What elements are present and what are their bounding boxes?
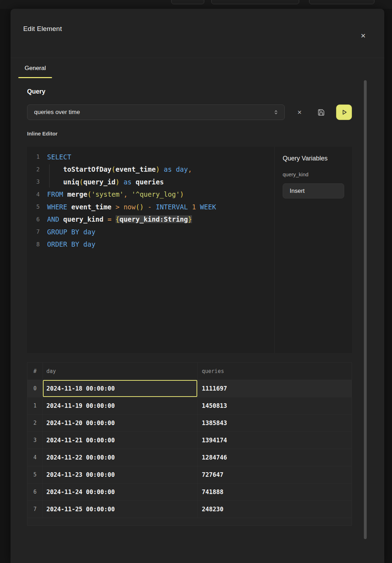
background-button[interactable] — [211, 0, 299, 4]
code-lines[interactable]: 1SELECT2 toStartOfDay(event_time) as day… — [27, 147, 274, 353]
line-number: 3 — [27, 178, 40, 185]
table-row[interactable]: 22024-11-20 00:00:001385843 — [27, 414, 352, 431]
line-number: 4 — [27, 191, 40, 198]
table-row[interactable]: 42024-11-22 00:00:001284746 — [27, 449, 352, 466]
background-button[interactable] — [309, 0, 374, 4]
cell-row-index: 4 — [27, 449, 43, 466]
cell-day[interactable]: 2024-11-20 00:00:00 — [43, 415, 197, 431]
line-number: 2 — [27, 166, 40, 173]
clear-query-button[interactable]: ✕ — [292, 105, 307, 120]
save-query-button[interactable] — [313, 105, 329, 120]
table-body: 02024-11-18 00:00:00111169712024-11-19 0… — [27, 380, 352, 518]
results-table: # day queries 02024-11-18 00:00:00111169… — [27, 362, 352, 526]
code-text: GROUP BY day — [47, 228, 95, 236]
cell-queries[interactable]: 1394174 — [197, 432, 352, 449]
cell-row-index: 0 — [27, 380, 43, 397]
code-line[interactable]: 4FROM merge('system', '^query_log') — [27, 188, 274, 201]
modal-header: Edit Element ✕ — [11, 9, 384, 58]
clear-icon: ✕ — [297, 109, 302, 116]
line-number: 8 — [27, 241, 40, 248]
line-number: 6 — [27, 216, 40, 223]
query-section-heading: Query — [27, 88, 45, 95]
code-text: ORDER BY day — [47, 240, 95, 248]
code-text: AND query_kind = {query_kind:String} — [47, 215, 192, 223]
code-line[interactable]: 2 toStartOfDay(event_time) as day, — [27, 163, 274, 176]
table-row[interactable]: 62024-11-24 00:00:00741888 — [27, 483, 352, 500]
cell-queries[interactable]: 1450813 — [197, 397, 352, 414]
code-line[interactable]: 3 uniq(query_id) as queries — [27, 176, 274, 188]
play-icon — [341, 109, 348, 116]
cell-day[interactable]: 2024-11-24 00:00:00 — [43, 483, 197, 500]
query-variables-title: Query Variables — [283, 155, 352, 162]
save-icon — [317, 109, 325, 116]
cell-day[interactable]: 2024-11-19 00:00:00 — [43, 397, 197, 414]
chevron-up-down-icon — [273, 109, 279, 115]
cell-day[interactable]: 2024-11-25 00:00:00 — [43, 501, 197, 518]
cell-row-index: 1 — [27, 397, 43, 414]
code-line[interactable]: 1SELECT — [27, 151, 274, 163]
cell-queries[interactable]: 741888 — [197, 483, 352, 500]
cell-day[interactable]: 2024-11-21 00:00:00 — [43, 432, 197, 449]
cell-day[interactable]: 2024-11-22 00:00:00 — [43, 449, 197, 466]
line-number: 7 — [27, 228, 40, 235]
code-text: toStartOfDay(event_time) as day, — [47, 165, 192, 173]
cell-queries[interactable]: 727647 — [197, 466, 352, 483]
saved-query-dropdown[interactable]: queries over time — [27, 105, 285, 120]
cell-row-index: 5 — [27, 466, 43, 483]
code-line[interactable]: 6AND query_kind = {query_kind:String} — [27, 213, 274, 226]
tab-active-underline — [18, 77, 52, 78]
cell-queries[interactable]: 1284746 — [197, 449, 352, 466]
cell-row-index: 3 — [27, 432, 43, 449]
code-text: uniq(query_id) as queries — [47, 178, 164, 186]
code-text: WHERE event_time > now() - INTERVAL 1 WE… — [47, 203, 216, 211]
modal-title: Edit Element — [23, 25, 62, 33]
table-row[interactable]: 02024-11-18 00:00:001111697 — [27, 380, 352, 397]
column-header-queries: queries — [197, 363, 352, 380]
cell-queries[interactable]: 1385843 — [197, 415, 352, 431]
code-line[interactable]: 7GROUP BY day — [27, 226, 274, 238]
code-line[interactable]: 8ORDER BY day — [27, 238, 274, 251]
cell-row-index: 7 — [27, 501, 43, 518]
cell-day[interactable]: 2024-11-18 00:00:00 — [43, 380, 197, 397]
edit-element-modal: Edit Element ✕ General Query queries ove… — [11, 9, 384, 563]
background-button[interactable] — [171, 0, 204, 4]
run-query-button[interactable] — [336, 105, 352, 120]
table-row[interactable]: 52024-11-23 00:00:00727647 — [27, 466, 352, 483]
insert-variable-button[interactable]: Insert — [283, 183, 344, 198]
cell-queries[interactable]: 248230 — [197, 501, 352, 518]
cell-row-index: 6 — [27, 483, 43, 500]
table-row[interactable]: 72024-11-25 00:00:00248230 — [27, 500, 352, 518]
sql-editor: 1SELECT2 toStartOfDay(event_time) as day… — [27, 147, 352, 353]
background-topbar — [0, 0, 392, 9]
inline-editor-label: Inline Editor — [27, 131, 58, 137]
results-table-header: # day queries — [27, 363, 352, 380]
tab-general[interactable]: General — [18, 58, 52, 78]
table-row[interactable]: 32024-11-21 00:00:001394174 — [27, 431, 352, 449]
line-number: 5 — [27, 203, 40, 210]
table-filler — [27, 518, 352, 525]
query-selector-row: queries over time ✕ — [27, 105, 352, 120]
code-text: SELECT — [47, 153, 71, 161]
cell-day[interactable]: 2024-11-23 00:00:00 — [43, 466, 197, 483]
modal-scrollbar[interactable] — [364, 80, 367, 539]
code-line[interactable]: 5WHERE event_time > now() - INTERVAL 1 W… — [27, 201, 274, 213]
line-number: 1 — [27, 153, 40, 160]
close-icon[interactable]: ✕ — [359, 31, 368, 40]
code-text: FROM merge('system', '^query_log') — [47, 190, 184, 198]
cell-queries[interactable]: 1111697 — [197, 380, 352, 397]
cell-row-index: 2 — [27, 415, 43, 431]
saved-query-dropdown-value: queries over time — [34, 109, 273, 116]
column-header-day: day — [43, 363, 197, 380]
indent-guide — [49, 164, 50, 188]
variable-name-label: query_kind — [283, 171, 352, 177]
column-header-index: # — [27, 363, 43, 380]
table-row[interactable]: 12024-11-19 00:00:001450813 — [27, 397, 352, 414]
tab-general-label: General — [25, 65, 46, 72]
query-variables-panel: Query Variables query_kind Insert — [274, 147, 352, 353]
